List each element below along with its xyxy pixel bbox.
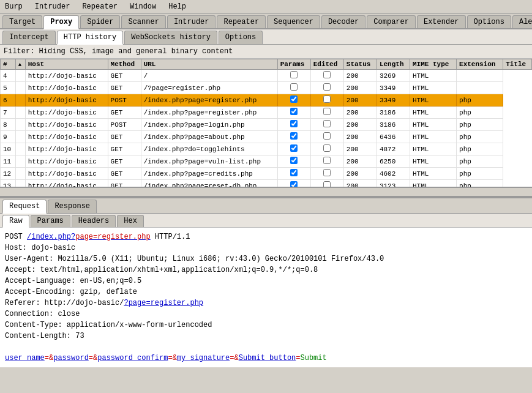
col-params[interactable]: Params [277, 59, 310, 70]
cell-params [277, 143, 310, 155]
menu-burp[interactable]: Burp [2, 1, 25, 12]
edited-checkbox[interactable] [323, 157, 331, 164]
cell-1 [15, 155, 25, 168]
tab-options[interactable]: Options [467, 15, 511, 28]
col-sort-indicator[interactable] [15, 59, 25, 70]
request-post-data: user_name=&password=&password_confirm=&m… [5, 354, 327, 362]
cell-8: 3349 [377, 94, 410, 107]
request-http-version: HTTP/1.1 [151, 233, 190, 241]
subtab-websockets-history[interactable]: WebSockets history [124, 31, 217, 44]
edited-checkbox[interactable] [323, 71, 331, 78]
edited-checkbox[interactable] [323, 169, 331, 176]
cell-0: 9 [1, 131, 16, 143]
col-url[interactable]: URL [141, 59, 277, 70]
params-checkbox[interactable] [290, 132, 298, 140]
tab-alerts[interactable]: Alerts [512, 15, 532, 28]
edited-checkbox[interactable] [323, 120, 331, 127]
cell-4: /index.php?page=login.php [141, 119, 277, 131]
detail-tab-headers[interactable]: Headers [72, 215, 116, 227]
edited-checkbox[interactable] [323, 132, 331, 140]
tab-proxy[interactable]: Proxy [43, 15, 79, 29]
table-row[interactable]: 10http://dojo-basicGET/index.php?do=togg… [1, 143, 532, 155]
table-row[interactable]: 9http://dojo-basicGET/index.php?page=abo… [1, 131, 532, 143]
tab-sequencer[interactable]: Sequencer [267, 15, 320, 28]
tab-target[interactable]: Target [2, 15, 42, 28]
params-checkbox[interactable] [290, 71, 298, 78]
subtab-http-history[interactable]: HTTP history [57, 31, 123, 45]
tab-repeater[interactable]: Repeater [217, 15, 266, 28]
table-row[interactable]: 13http://dojo-basicGET/index.php?page=re… [1, 180, 532, 188]
edited-checkbox[interactable] [323, 181, 331, 187]
cell-10: php [457, 143, 503, 155]
edited-checkbox[interactable] [323, 144, 331, 152]
col-mime-type[interactable]: MIME type [410, 59, 456, 70]
request-accept-language-header: Accept-Language: en-US,en;q=0.5 [5, 277, 141, 285]
tab-scanner[interactable]: Scanner [121, 15, 165, 28]
col-edited[interactable]: Edited [310, 59, 343, 70]
params-checkbox[interactable] [290, 95, 298, 103]
cell-params [277, 94, 310, 107]
lower-panel: Request Response Raw Params Headers Hex … [0, 198, 532, 367]
cell-edited [310, 180, 343, 188]
table-row[interactable]: 5http://dojo-basicGET/?page=register.php… [1, 82, 532, 94]
col-num: # [1, 59, 16, 70]
subtab-options[interactable]: Options [219, 31, 263, 44]
col-title[interactable]: Title [503, 59, 532, 70]
edited-checkbox[interactable] [323, 83, 331, 91]
cell-9: HTML [410, 131, 456, 143]
menu-help[interactable]: Help [166, 1, 189, 12]
tab-extender[interactable]: Extender [417, 15, 466, 28]
params-checkbox[interactable] [290, 120, 298, 127]
tab-intruder[interactable]: Intruder [167, 15, 216, 28]
menu-intruder[interactable]: Intruder [32, 1, 73, 12]
detail-tab-hex[interactable]: Hex [117, 215, 144, 227]
subtab-intercept[interactable]: Intercept [2, 31, 56, 44]
edited-checkbox[interactable] [323, 95, 331, 103]
table-row[interactable]: 7http://dojo-basicGET/index.php?page=reg… [1, 107, 532, 119]
table-row[interactable]: 4http://dojo-basicGET/2003269HTML [1, 70, 532, 82]
params-checkbox[interactable] [290, 157, 298, 164]
sub-tab-bar: Intercept HTTP history WebSockets histor… [0, 29, 532, 45]
http-history-table-wrapper[interactable]: # Host Method URL Params Edited Status L… [0, 59, 532, 187]
cell-4: / [141, 70, 277, 82]
tab-request[interactable]: Request [2, 200, 47, 214]
table-row[interactable]: 6http://dojo-basicPOST/index.php?page=re… [1, 94, 532, 107]
cell-7: 200 [343, 131, 377, 143]
col-host[interactable]: Host [25, 59, 108, 70]
cell-9: HTML [410, 94, 456, 107]
cell-edited [310, 119, 343, 131]
col-status[interactable]: Status [343, 59, 377, 70]
tab-decoder[interactable]: Decoder [321, 15, 365, 28]
menu-repeater[interactable]: Repeater [80, 1, 120, 12]
params-checkbox[interactable] [290, 108, 298, 115]
request-content-type-header: Content-Type: application/x-www-form-url… [5, 321, 212, 329]
cell-10: php [457, 168, 503, 180]
detail-tab-params[interactable]: Params [31, 215, 70, 227]
params-checkbox[interactable] [290, 144, 298, 152]
cell-3: GET [108, 168, 141, 180]
cell-1 [15, 143, 25, 155]
params-checkbox[interactable] [290, 169, 298, 176]
params-checkbox[interactable] [290, 181, 298, 187]
table-row[interactable]: 11http://dojo-basicGET/index.php?page=vu… [1, 155, 532, 168]
tab-spider[interactable]: Spider [80, 15, 120, 28]
col-method[interactable]: Method [108, 59, 141, 70]
col-length[interactable]: Length [377, 59, 410, 70]
cell-7: 200 [343, 107, 377, 119]
menu-window[interactable]: Window [127, 1, 159, 12]
cell-edited [310, 131, 343, 143]
cell-9: HTML [410, 180, 456, 188]
edited-checkbox[interactable] [323, 108, 331, 115]
table-row[interactable]: 8http://dojo-basicPOST/index.php?page=lo… [1, 119, 532, 131]
table-row[interactable]: 12http://dojo-basicGET/index.php?page=cr… [1, 168, 532, 180]
params-checkbox[interactable] [290, 83, 298, 91]
tab-response[interactable]: Response [48, 200, 97, 213]
cell-edited [310, 143, 343, 155]
cell-0: 13 [1, 180, 16, 188]
request-url: /index.php?page=register.php [27, 233, 151, 241]
col-extension[interactable]: Extension [457, 59, 503, 70]
tab-comparer[interactable]: Comparer [367, 15, 416, 28]
horizontal-scrollbar[interactable] [0, 187, 532, 196]
detail-tab-raw[interactable]: Raw [2, 215, 29, 228]
cell-params [277, 131, 310, 143]
